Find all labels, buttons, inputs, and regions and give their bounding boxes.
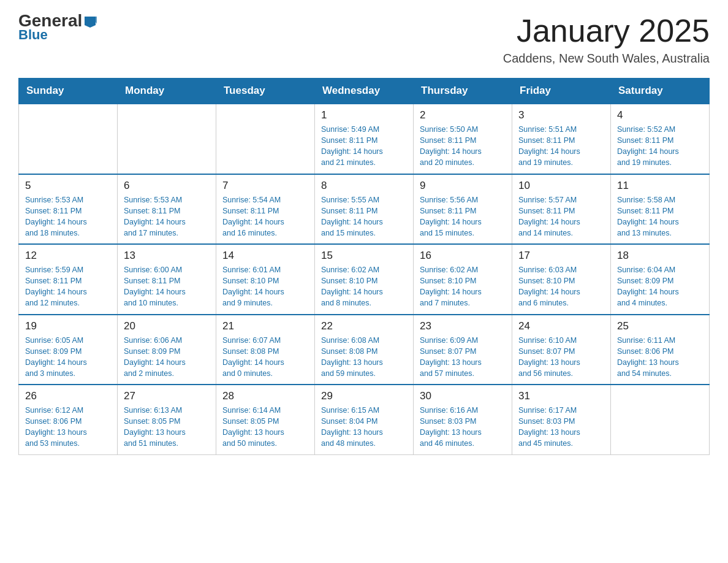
calendar-cell: 3Sunrise: 5:51 AM Sunset: 8:11 PM Daylig… <box>512 104 611 174</box>
day-number: 18 <box>617 250 703 262</box>
calendar-cell: 6Sunrise: 5:53 AM Sunset: 8:11 PM Daylig… <box>118 174 216 245</box>
week-row-4: 19Sunrise: 6:05 AM Sunset: 8:09 PM Dayli… <box>19 315 710 385</box>
day-info: Sunrise: 6:02 AM Sunset: 8:10 PM Dayligh… <box>321 264 407 309</box>
calendar-cell: 27Sunrise: 6:13 AM Sunset: 8:05 PM Dayli… <box>118 385 216 454</box>
week-row-3: 12Sunrise: 5:59 AM Sunset: 8:11 PM Dayli… <box>19 244 710 315</box>
day-info: Sunrise: 6:05 AM Sunset: 8:09 PM Dayligh… <box>25 335 111 380</box>
day-header-saturday: Saturday <box>611 79 710 104</box>
day-info: Sunrise: 6:15 AM Sunset: 8:04 PM Dayligh… <box>321 405 407 450</box>
day-number: 5 <box>25 180 111 192</box>
day-number: 19 <box>25 320 111 332</box>
day-info: Sunrise: 5:53 AM Sunset: 8:11 PM Dayligh… <box>25 194 111 239</box>
day-info: Sunrise: 6:06 AM Sunset: 8:09 PM Dayligh… <box>124 335 210 380</box>
day-info: Sunrise: 6:03 AM Sunset: 8:10 PM Dayligh… <box>518 264 604 309</box>
logo-blue: Blue <box>18 27 48 43</box>
calendar-cell: 5Sunrise: 5:53 AM Sunset: 8:11 PM Daylig… <box>19 174 118 245</box>
day-info: Sunrise: 5:55 AM Sunset: 8:11 PM Dayligh… <box>321 194 407 239</box>
calendar-cell: 19Sunrise: 6:05 AM Sunset: 8:09 PM Dayli… <box>19 315 118 385</box>
calendar-cell: 17Sunrise: 6:03 AM Sunset: 8:10 PM Dayli… <box>512 244 611 315</box>
week-row-5: 26Sunrise: 6:12 AM Sunset: 8:06 PM Dayli… <box>19 385 710 454</box>
week-row-1: 1Sunrise: 5:49 AM Sunset: 8:11 PM Daylig… <box>19 104 710 174</box>
day-number: 29 <box>321 390 407 402</box>
day-info: Sunrise: 6:16 AM Sunset: 8:03 PM Dayligh… <box>420 405 506 450</box>
day-info: Sunrise: 6:11 AM Sunset: 8:06 PM Dayligh… <box>617 335 703 380</box>
calendar-cell <box>118 104 216 174</box>
calendar-cell: 26Sunrise: 6:12 AM Sunset: 8:06 PM Dayli… <box>19 385 118 454</box>
main-title: January 2025 <box>503 12 710 49</box>
calendar-cell <box>611 385 710 454</box>
calendar-cell: 1Sunrise: 5:49 AM Sunset: 8:11 PM Daylig… <box>315 104 414 174</box>
day-info: Sunrise: 5:51 AM Sunset: 8:11 PM Dayligh… <box>518 124 604 169</box>
day-info: Sunrise: 6:08 AM Sunset: 8:08 PM Dayligh… <box>321 335 407 380</box>
calendar-cell: 9Sunrise: 5:56 AM Sunset: 8:11 PM Daylig… <box>414 174 512 245</box>
day-info: Sunrise: 5:49 AM Sunset: 8:11 PM Dayligh… <box>321 124 407 169</box>
day-number: 26 <box>25 390 111 402</box>
day-number: 2 <box>420 109 506 121</box>
day-number: 3 <box>518 109 604 121</box>
calendar-cell: 24Sunrise: 6:10 AM Sunset: 8:07 PM Dayli… <box>512 315 611 385</box>
calendar-header-row: SundayMondayTuesdayWednesdayThursdayFrid… <box>19 79 710 104</box>
calendar-cell: 8Sunrise: 5:55 AM Sunset: 8:11 PM Daylig… <box>315 174 414 245</box>
day-header-thursday: Thursday <box>414 79 512 104</box>
day-header-monday: Monday <box>118 79 216 104</box>
calendar-cell: 10Sunrise: 5:57 AM Sunset: 8:11 PM Dayli… <box>512 174 611 245</box>
day-number: 15 <box>321 250 407 262</box>
day-info: Sunrise: 6:09 AM Sunset: 8:07 PM Dayligh… <box>420 335 506 380</box>
day-info: Sunrise: 6:14 AM Sunset: 8:05 PM Dayligh… <box>222 405 308 450</box>
day-info: Sunrise: 6:00 AM Sunset: 8:11 PM Dayligh… <box>124 264 210 309</box>
day-number: 25 <box>617 320 703 332</box>
calendar-cell: 7Sunrise: 5:54 AM Sunset: 8:11 PM Daylig… <box>216 174 315 245</box>
day-number: 9 <box>420 180 506 192</box>
day-number: 1 <box>321 109 407 121</box>
day-info: Sunrise: 5:59 AM Sunset: 8:11 PM Dayligh… <box>25 264 111 309</box>
day-info: Sunrise: 6:07 AM Sunset: 8:08 PM Dayligh… <box>222 335 308 380</box>
day-number: 28 <box>222 390 308 402</box>
day-info: Sunrise: 6:17 AM Sunset: 8:03 PM Dayligh… <box>518 405 604 450</box>
day-info: Sunrise: 6:04 AM Sunset: 8:09 PM Dayligh… <box>617 264 703 309</box>
day-number: 14 <box>222 250 308 262</box>
day-number: 27 <box>124 390 210 402</box>
calendar: SundayMondayTuesdayWednesdayThursdayFrid… <box>18 78 710 455</box>
calendar-cell: 11Sunrise: 5:58 AM Sunset: 8:11 PM Dayli… <box>611 174 710 245</box>
logo: General Blue <box>18 12 97 43</box>
calendar-cell: 20Sunrise: 6:06 AM Sunset: 8:09 PM Dayli… <box>118 315 216 385</box>
page-header: General Blue January 2025 Caddens, New S… <box>18 12 710 66</box>
day-number: 31 <box>518 390 604 402</box>
calendar-cell: 23Sunrise: 6:09 AM Sunset: 8:07 PM Dayli… <box>414 315 512 385</box>
title-section: January 2025 Caddens, New South Wales, A… <box>503 12 710 66</box>
calendar-cell <box>19 104 118 174</box>
day-header-friday: Friday <box>512 79 611 104</box>
calendar-cell: 14Sunrise: 6:01 AM Sunset: 8:10 PM Dayli… <box>216 244 315 315</box>
calendar-cell: 30Sunrise: 6:16 AM Sunset: 8:03 PM Dayli… <box>414 385 512 454</box>
day-number: 22 <box>321 320 407 332</box>
day-number: 7 <box>222 180 308 192</box>
day-number: 12 <box>25 250 111 262</box>
day-number: 24 <box>518 320 604 332</box>
day-header-wednesday: Wednesday <box>315 79 414 104</box>
calendar-cell: 2Sunrise: 5:50 AM Sunset: 8:11 PM Daylig… <box>414 104 512 174</box>
day-header-sunday: Sunday <box>19 79 118 104</box>
day-header-tuesday: Tuesday <box>216 79 315 104</box>
day-number: 23 <box>420 320 506 332</box>
day-number: 21 <box>222 320 308 332</box>
calendar-cell: 16Sunrise: 6:02 AM Sunset: 8:10 PM Dayli… <box>414 244 512 315</box>
day-info: Sunrise: 5:56 AM Sunset: 8:11 PM Dayligh… <box>420 194 506 239</box>
day-number: 8 <box>321 180 407 192</box>
day-info: Sunrise: 5:54 AM Sunset: 8:11 PM Dayligh… <box>222 194 308 239</box>
day-info: Sunrise: 5:50 AM Sunset: 8:11 PM Dayligh… <box>420 124 506 169</box>
day-number: 17 <box>518 250 604 262</box>
day-number: 30 <box>420 390 506 402</box>
calendar-cell: 12Sunrise: 5:59 AM Sunset: 8:11 PM Dayli… <box>19 244 118 315</box>
subtitle: Caddens, New South Wales, Australia <box>503 52 710 66</box>
day-number: 13 <box>124 250 210 262</box>
day-info: Sunrise: 5:53 AM Sunset: 8:11 PM Dayligh… <box>124 194 210 239</box>
day-number: 16 <box>420 250 506 262</box>
day-number: 11 <box>617 180 703 192</box>
day-info: Sunrise: 6:10 AM Sunset: 8:07 PM Dayligh… <box>518 335 604 380</box>
day-info: Sunrise: 5:58 AM Sunset: 8:11 PM Dayligh… <box>617 194 703 239</box>
day-info: Sunrise: 5:57 AM Sunset: 8:11 PM Dayligh… <box>518 194 604 239</box>
day-number: 6 <box>124 180 210 192</box>
calendar-cell <box>216 104 315 174</box>
day-info: Sunrise: 5:52 AM Sunset: 8:11 PM Dayligh… <box>617 124 703 169</box>
day-info: Sunrise: 6:02 AM Sunset: 8:10 PM Dayligh… <box>420 264 506 309</box>
